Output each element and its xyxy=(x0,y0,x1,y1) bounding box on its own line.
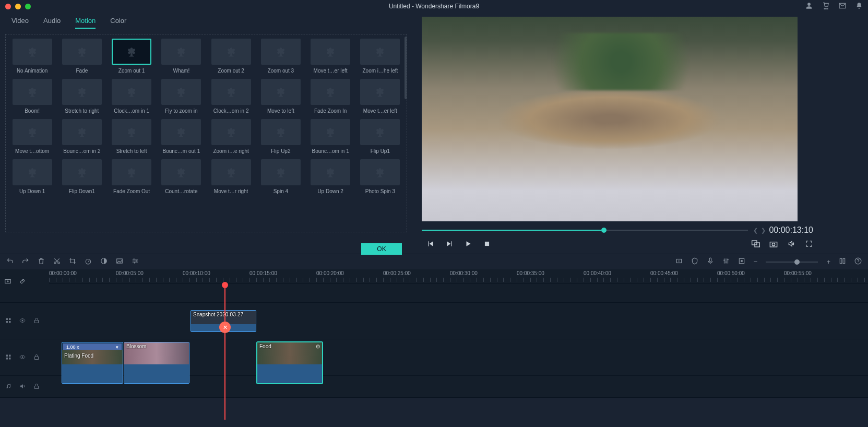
motion-item[interactable]: Fade Zoom In xyxy=(308,79,353,114)
timeline-ruler[interactable]: 00:00:00:0000:00:05:0000:00:10:0000:00:1… xyxy=(49,269,868,284)
motion-item[interactable]: Clock…om in 2 xyxy=(209,79,253,114)
time-next-icon[interactable]: ❯ xyxy=(761,227,766,234)
track-mute-icon[interactable] xyxy=(19,383,26,390)
window-maximize[interactable] xyxy=(25,4,31,9)
svg-point-29 xyxy=(22,319,23,321)
volume-icon[interactable] xyxy=(787,240,795,249)
zoom-fit-button[interactable] xyxy=(839,257,846,266)
track-visibility-icon[interactable] xyxy=(19,317,26,325)
track-lock-icon[interactable] xyxy=(33,317,40,325)
motion-item[interactable]: Move t…r right xyxy=(209,159,253,194)
tab-color[interactable]: Color xyxy=(110,17,126,29)
motion-item[interactable]: Stretch to right xyxy=(60,79,104,114)
color-button[interactable] xyxy=(100,257,108,266)
stop-button[interactable] xyxy=(483,240,491,249)
svg-rect-30 xyxy=(35,320,39,323)
motion-item[interactable]: Move to left xyxy=(258,79,303,114)
motion-item[interactable]: Bounc…m out 1 xyxy=(159,119,204,154)
motion-item[interactable]: Stretch to left xyxy=(110,119,154,154)
svg-rect-17 xyxy=(726,262,727,263)
green-screen-button[interactable] xyxy=(116,257,123,266)
display-mode-icon[interactable] xyxy=(752,240,760,249)
marker-button[interactable] xyxy=(691,257,698,266)
chevron-down-icon[interactable]: ▾ xyxy=(116,345,118,350)
motion-item[interactable]: Clock…om in 1 xyxy=(110,79,154,114)
motion-item[interactable]: Zoom i…he left xyxy=(358,39,402,74)
motion-item[interactable]: Up Down 2 xyxy=(308,159,353,194)
play-button[interactable] xyxy=(465,240,472,249)
next-frame-button[interactable] xyxy=(446,240,453,249)
redo-button[interactable] xyxy=(22,257,29,266)
preview-progress[interactable] xyxy=(422,230,748,231)
crop-button[interactable] xyxy=(69,257,76,266)
motion-item[interactable]: Fly to zoom in xyxy=(159,79,204,114)
motion-item[interactable]: Move t…ottom xyxy=(10,119,54,154)
motion-item[interactable]: Fade Zoom Out xyxy=(110,159,154,194)
motion-item[interactable]: Wham! xyxy=(159,39,204,74)
svg-rect-16 xyxy=(723,260,724,261)
tab-audio[interactable]: Audio xyxy=(43,17,61,29)
tab-video[interactable]: Video xyxy=(11,17,29,29)
undo-button[interactable] xyxy=(6,257,14,266)
time-prev-icon[interactable]: ❮ xyxy=(753,227,758,234)
cut-button[interactable] xyxy=(53,257,61,266)
delete-button[interactable] xyxy=(38,257,45,266)
audio-track-icon[interactable] xyxy=(5,383,11,390)
window-minimize[interactable] xyxy=(15,4,21,9)
motion-item-label: Clock…om in 2 xyxy=(213,108,249,114)
track-lock-icon[interactable] xyxy=(33,354,40,361)
tab-motion[interactable]: Motion xyxy=(75,17,96,29)
motion-item[interactable]: Zoom out 3 xyxy=(258,39,303,74)
motion-item[interactable]: Boom! xyxy=(10,79,54,114)
account-icon[interactable] xyxy=(805,2,813,10)
cart-icon[interactable] xyxy=(822,2,829,10)
settings-button[interactable] xyxy=(132,257,139,266)
preview-viewport[interactable] xyxy=(422,17,798,221)
motion-item[interactable]: Flip Up2 xyxy=(258,119,303,154)
motion-item[interactable]: Up Down 1 xyxy=(10,159,54,194)
notification-icon[interactable] xyxy=(855,2,863,10)
motion-item[interactable]: Bounc…om in 1 xyxy=(308,119,353,154)
voiceover-button[interactable] xyxy=(707,257,714,266)
motion-item-label: Up Down 1 xyxy=(19,188,45,194)
motion-item[interactable]: Count…rotate xyxy=(159,159,204,194)
track-manager-icon[interactable] xyxy=(5,317,11,325)
snapshot-icon[interactable] xyxy=(769,240,778,249)
motion-item[interactable]: Spin 4 xyxy=(258,159,303,194)
zoom-out-button[interactable]: − xyxy=(754,258,758,266)
svg-point-8 xyxy=(86,259,90,264)
motion-item[interactable]: Bounc…om in 2 xyxy=(60,119,104,154)
motion-item[interactable]: Move t…er left xyxy=(308,39,353,74)
motion-item[interactable]: Flip Up1 xyxy=(358,119,402,154)
ok-button[interactable]: OK xyxy=(361,243,402,255)
motion-item[interactable]: No Animation xyxy=(10,39,54,74)
playhead-marker[interactable]: ✕ xyxy=(219,322,231,333)
help-button[interactable] xyxy=(854,257,862,266)
audio-mixer-button[interactable] xyxy=(722,257,730,266)
motion-item[interactable]: Zoom out 1 xyxy=(110,39,154,74)
motion-item[interactable]: Photo Spin 3 xyxy=(358,159,402,194)
fullscreen-icon[interactable] xyxy=(805,240,813,249)
prev-frame-button[interactable] xyxy=(427,240,434,249)
motion-item-label: Flip Down1 xyxy=(69,188,95,194)
motion-item-label: Stretch to right xyxy=(65,108,99,114)
track-manager-icon[interactable] xyxy=(5,354,11,361)
keyframe-button[interactable] xyxy=(738,257,745,266)
render-button[interactable] xyxy=(675,257,683,266)
window-close[interactable] xyxy=(5,4,11,9)
speed-button[interactable] xyxy=(85,257,92,266)
motion-item-label: Clock…om in 1 xyxy=(114,108,149,114)
zoom-in-button[interactable]: + xyxy=(826,258,830,266)
motion-item[interactable]: Fade xyxy=(60,39,104,74)
playhead[interactable]: ✕ xyxy=(224,284,225,420)
app-title: Untitled - Wondershare Filmora9 xyxy=(389,3,479,10)
zoom-slider[interactable] xyxy=(766,262,818,263)
motion-item[interactable]: Zoom out 2 xyxy=(209,39,253,74)
panel-scrollbar[interactable] xyxy=(405,37,407,99)
mail-icon[interactable] xyxy=(839,2,846,10)
motion-item[interactable]: Zoom i…e right xyxy=(209,119,253,154)
track-visibility-icon[interactable] xyxy=(19,354,26,361)
track-lock-icon[interactable] xyxy=(33,383,40,390)
motion-item[interactable]: Flip Down1 xyxy=(60,159,104,194)
motion-item[interactable]: Move t…er left xyxy=(358,79,402,114)
